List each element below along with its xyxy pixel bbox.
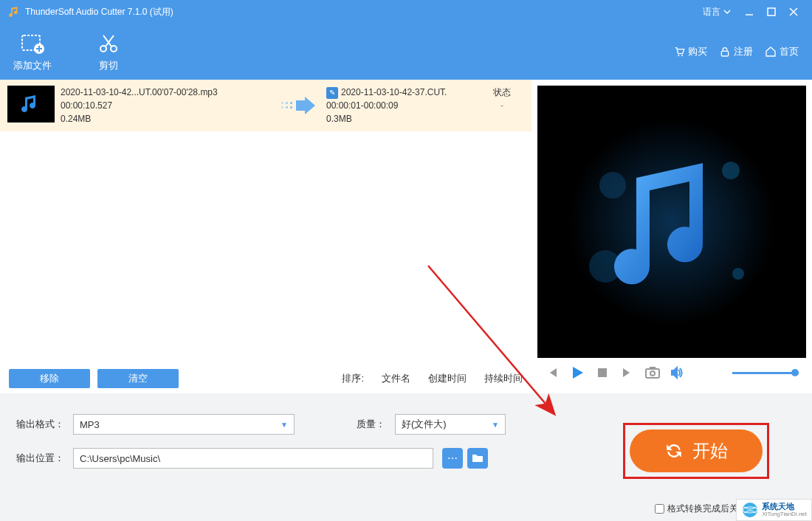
edit-icon[interactable]: ✎ bbox=[326, 87, 338, 99]
status-value: - bbox=[480, 99, 524, 112]
output-format-select[interactable]: MP3▼ bbox=[73, 414, 295, 435]
preview-panel bbox=[531, 80, 812, 393]
output-settings-panel: 输出格式： MP3▼ 质量： 好(文件大)▼ 输出位置： C:\Users\pc… bbox=[0, 393, 812, 521]
browse-button[interactable]: ⋯ bbox=[442, 448, 463, 469]
folder-icon bbox=[472, 452, 484, 464]
start-button[interactable]: 开始 bbox=[630, 429, 763, 472]
globe-icon bbox=[741, 501, 759, 519]
svg-point-6 bbox=[681, 55, 683, 56]
destination-filename: 2020-11-03-10-42-37.CUT. bbox=[341, 87, 447, 97]
svg-point-3 bbox=[100, 46, 106, 52]
cart-icon bbox=[673, 46, 685, 58]
sort-by-filename[interactable]: 文件名 bbox=[382, 372, 410, 385]
chevron-down-icon: ▼ bbox=[492, 421, 499, 429]
cut-label: 剪切 bbox=[99, 59, 118, 72]
music-note-icon bbox=[568, 119, 775, 325]
shutdown-checkbox[interactable] bbox=[655, 504, 664, 514]
output-location-input[interactable]: C:\Users\pc\Music\ bbox=[73, 448, 433, 469]
home-link[interactable]: 首页 bbox=[765, 45, 799, 58]
svg-rect-20 bbox=[598, 368, 607, 377]
svg-point-16 bbox=[599, 172, 626, 199]
app-title: ThunderSoft Audio Cutter 7.1.0 (试用) bbox=[25, 6, 173, 18]
svg-rect-23 bbox=[650, 367, 656, 370]
add-file-button[interactable]: 添加文件 bbox=[13, 31, 52, 72]
play-button[interactable] bbox=[570, 365, 585, 380]
watermark: 系统天地 XiTongTianDi.net bbox=[736, 499, 812, 521]
volume-slider[interactable] bbox=[670, 366, 799, 379]
close-button[interactable] bbox=[782, 1, 805, 23]
shutdown-checkbox-row[interactable]: 格式转换完成后关 bbox=[655, 503, 738, 515]
destination-filesize: 0.3MB bbox=[326, 112, 474, 125]
svg-point-5 bbox=[678, 55, 679, 56]
output-format-label: 输出格式： bbox=[16, 418, 64, 431]
scissors-icon bbox=[96, 31, 121, 56]
toolbar-right-links: 购买 注册 首页 bbox=[673, 45, 799, 58]
sort-by-duration[interactable]: 持续时间 bbox=[484, 372, 523, 385]
svg-point-17 bbox=[722, 162, 740, 179]
source-file-info: 2020-11-03-10-42...UT.00'07-00'28.mp3 00… bbox=[61, 86, 270, 125]
quality-select[interactable]: 好(文件大)▼ bbox=[395, 414, 506, 435]
list-footer: 移除 清空 排序: 文件名 创建时间 持续时间 bbox=[0, 364, 531, 393]
quality-label: 质量： bbox=[357, 418, 386, 431]
file-thumbnail bbox=[7, 86, 55, 123]
svg-rect-15 bbox=[568, 119, 775, 325]
sort-label: 排序: bbox=[342, 372, 364, 385]
remove-button[interactable]: 移除 bbox=[9, 369, 90, 388]
lock-icon bbox=[719, 46, 731, 58]
next-button[interactable] bbox=[620, 365, 635, 380]
status-header: 状态 bbox=[480, 86, 524, 99]
destination-range: 00:00:01-00:00:09 bbox=[326, 99, 474, 112]
svg-rect-0 bbox=[768, 8, 775, 15]
snapshot-button[interactable] bbox=[645, 365, 660, 380]
file-row[interactable]: 2020-11-03-10-42...UT.00'07-00'28.mp3 00… bbox=[0, 80, 531, 131]
add-file-label: 添加文件 bbox=[13, 59, 52, 72]
destination-file-info: ✎2020-11-03-10-42-37.CUT. 00:00:01-00:00… bbox=[326, 86, 474, 125]
titlebar: ThunderSoft Audio Cutter 7.1.0 (试用) 语言 bbox=[0, 0, 812, 24]
svg-rect-9 bbox=[281, 102, 283, 104]
file-list-panel: 2020-11-03-10-42...UT.00'07-00'28.mp3 00… bbox=[0, 80, 531, 393]
svg-rect-21 bbox=[646, 369, 659, 378]
cut-button[interactable]: 剪切 bbox=[96, 31, 121, 72]
source-duration: 00:00:10.527 bbox=[61, 99, 270, 112]
maximize-button[interactable] bbox=[760, 1, 782, 23]
preview-display bbox=[537, 86, 806, 358]
language-selector[interactable]: 语言 bbox=[703, 6, 731, 18]
svg-point-25 bbox=[743, 503, 757, 517]
dots-icon: ⋯ bbox=[447, 452, 458, 464]
open-folder-button[interactable] bbox=[467, 448, 488, 469]
output-location-label: 输出位置： bbox=[16, 452, 64, 465]
svg-rect-13 bbox=[290, 102, 292, 104]
chevron-down-icon bbox=[723, 8, 731, 15]
shutdown-label: 格式转换完成后关 bbox=[667, 503, 738, 515]
app-icon bbox=[7, 5, 21, 18]
main-toolbar: 添加文件 剪切 购买 注册 首页 bbox=[0, 24, 812, 80]
source-filesize: 0.24MB bbox=[61, 112, 270, 125]
minimize-button[interactable] bbox=[738, 1, 760, 23]
svg-rect-14 bbox=[290, 106, 292, 108]
svg-rect-7 bbox=[721, 51, 728, 56]
status-cell: 状态 - bbox=[480, 86, 524, 125]
svg-point-19 bbox=[732, 268, 744, 280]
stop-button[interactable] bbox=[595, 365, 610, 380]
home-icon bbox=[765, 46, 777, 58]
buy-link[interactable]: 购买 bbox=[673, 45, 707, 58]
conversion-arrow-icon bbox=[276, 86, 320, 125]
refresh-icon bbox=[664, 441, 684, 460]
register-link[interactable]: 注册 bbox=[719, 45, 753, 58]
svg-rect-10 bbox=[281, 106, 283, 108]
volume-icon bbox=[670, 366, 684, 379]
playback-controls bbox=[537, 358, 806, 387]
source-filename: 2020-11-03-10-42...UT.00'07-00'28.mp3 bbox=[61, 86, 270, 99]
add-file-icon bbox=[20, 31, 45, 56]
sort-by-created[interactable]: 创建时间 bbox=[428, 372, 467, 385]
svg-point-22 bbox=[650, 371, 655, 376]
svg-rect-12 bbox=[286, 106, 288, 108]
prev-button[interactable] bbox=[545, 365, 560, 380]
svg-rect-11 bbox=[286, 102, 288, 104]
clear-button[interactable]: 清空 bbox=[97, 369, 179, 388]
start-highlight-box: 开始 bbox=[623, 423, 769, 479]
chevron-down-icon: ▼ bbox=[281, 421, 288, 429]
svg-point-4 bbox=[111, 46, 117, 52]
